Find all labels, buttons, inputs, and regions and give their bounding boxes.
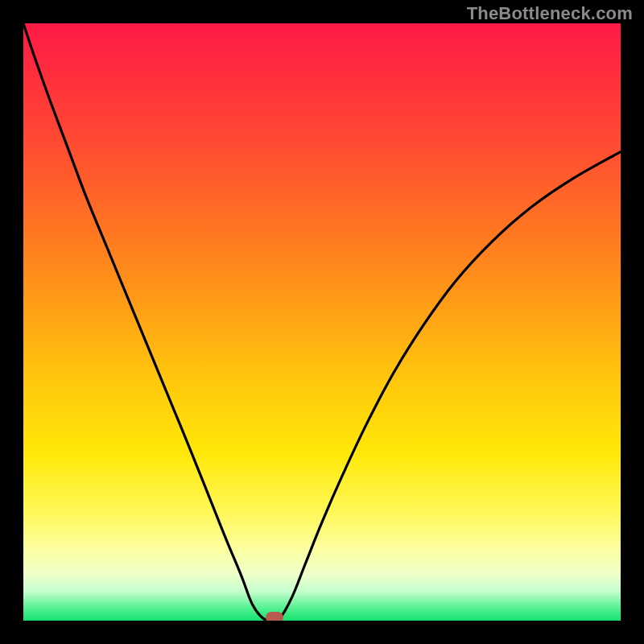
plot-area bbox=[23, 23, 621, 621]
watermark-text: TheBottleneck.com bbox=[467, 3, 633, 24]
minimum-marker-icon bbox=[266, 612, 283, 621]
chart-frame: TheBottleneck.com bbox=[0, 0, 644, 644]
bottleneck-curve bbox=[23, 23, 621, 621]
